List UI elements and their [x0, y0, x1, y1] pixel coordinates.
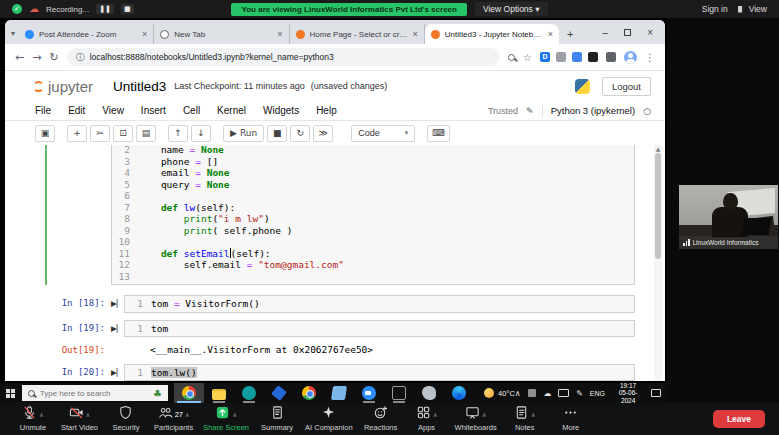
chevron-up-icon[interactable]: ∧: [433, 411, 437, 418]
taskbar-app-explorer[interactable]: [204, 383, 234, 403]
tray-expand-icon[interactable]: ∧: [515, 389, 521, 398]
code-editor[interactable]: 1tom: [124, 320, 635, 338]
tab-close-icon[interactable]: ×: [548, 29, 553, 39]
zoom-unmute-button[interactable]: ∧Unmute: [10, 403, 56, 435]
scrollbar-thumb[interactable]: [655, 153, 661, 259]
minimize-button[interactable]: –: [603, 27, 609, 38]
up-cell-button[interactable]: ↑: [168, 125, 188, 142]
action-center-icon[interactable]: [651, 389, 661, 397]
menu-kernel[interactable]: Kernel: [217, 105, 246, 116]
site-info-icon[interactable]: ⓘ: [76, 51, 85, 64]
run-marker-icon[interactable]: ▶▏: [111, 295, 124, 313]
zoom-ai-companion-button[interactable]: AI Companion: [300, 403, 358, 435]
tab-search-icon[interactable]: ▾: [11, 29, 15, 38]
restartall-cell-button[interactable]: ≫: [313, 125, 333, 142]
zoom-notes-button[interactable]: ∧Notes: [502, 403, 548, 435]
extension-3-icon[interactable]: [572, 52, 582, 62]
taskbar-app-dove-app[interactable]: [414, 383, 444, 403]
taskbar-app-zoom-app[interactable]: [354, 383, 384, 403]
taskbar-app-terminal[interactable]: [384, 383, 414, 403]
extension-4-icon[interactable]: [588, 52, 598, 62]
code-cell-class-definition[interactable]: 2 name = None3 phone = []4 email = None5…: [45, 145, 635, 285]
zoom-start-video-button[interactable]: ∧Start Video: [56, 403, 103, 435]
code-editor[interactable]: 1tom = VisitorForm(): [124, 295, 635, 313]
maximize-button[interactable]: [624, 29, 631, 36]
browser-tab[interactable]: New Tab×: [154, 24, 289, 44]
menu-edit[interactable]: Edit: [68, 105, 85, 116]
down-cell-button[interactable]: ↓: [191, 125, 211, 142]
paste-cell-button[interactable]: ▤: [136, 125, 156, 142]
run-cell-button[interactable]: ▶Run: [223, 125, 264, 142]
pause-recording-button[interactable]: ❚❚: [96, 4, 114, 14]
restart-cell-button[interactable]: ↻: [290, 125, 310, 142]
notebook-scrollbar[interactable]: ▲: [654, 145, 662, 381]
zoom-summary-button[interactable]: Summary: [254, 403, 300, 435]
search-input[interactable]: [40, 389, 136, 398]
browser-tab[interactable]: Untitled3 - Jupyter Notebook×: [425, 24, 559, 44]
weather-widget[interactable]: 40°C: [484, 388, 515, 398]
browser-menu-icon[interactable]: ⋮: [645, 52, 655, 63]
zoom-participants-button[interactable]: 27∧Participants: [149, 403, 198, 435]
taskbar-search[interactable]: ♣: [22, 385, 168, 401]
code-editor[interactable]: 1tom.lw(): [124, 364, 635, 382]
tab-close-icon[interactable]: ×: [142, 29, 147, 39]
taskbar-app-chrome[interactable]: [174, 383, 204, 403]
menu-widgets[interactable]: Widgets: [263, 105, 299, 116]
scroll-up-arrow-icon[interactable]: ▲: [654, 145, 662, 152]
run-marker-icon[interactable]: ▶▏: [111, 364, 124, 382]
pen-icon[interactable]: ✎: [576, 389, 583, 398]
taskbar-clock[interactable]: 19:17 05-06-2024: [612, 382, 644, 405]
menu-view[interactable]: View: [102, 105, 124, 116]
onedrive-cloud-icon[interactable]: ☁: [543, 389, 551, 398]
zoom-security-button[interactable]: Security: [103, 403, 149, 435]
chevron-up-icon[interactable]: ∧: [482, 411, 486, 418]
menu-insert[interactable]: Insert: [141, 105, 166, 116]
leave-button[interactable]: Leave: [713, 410, 765, 428]
sign-in-button[interactable]: Sign in: [702, 4, 728, 14]
taskbar-app-blue-app[interactable]: [264, 383, 294, 403]
taskbar-app-chrome-2[interactable]: [294, 383, 324, 403]
code-cell[interactable]: In [19]:▶▏1tom: [45, 320, 635, 338]
chevron-up-icon[interactable]: ∧: [185, 411, 189, 418]
notebook-title[interactable]: Untitled3: [113, 79, 166, 94]
save-cell-button[interactable]: ▣: [35, 125, 55, 142]
taskbar-app-teal-app[interactable]: [234, 383, 264, 403]
add-cell-button[interactable]: +: [67, 125, 87, 142]
view-options-button[interactable]: View Options ▾: [475, 2, 548, 16]
language-indicator[interactable]: ENG: [590, 390, 605, 397]
zoom-share-screen-button[interactable]: ∧Share Screen: [198, 403, 254, 435]
stop-cell-button[interactable]: ■: [267, 125, 287, 142]
code-editor[interactable]: 2 name = None3 phone = []4 email = None5…: [111, 145, 635, 285]
tab-close-icon[interactable]: ×: [277, 29, 282, 39]
participant-video-tile[interactable]: EnterTheGame LinuxWorld Informatics: [679, 185, 778, 249]
copy-cell-button[interactable]: ⊡: [113, 125, 133, 142]
extension-d-icon[interactable]: D: [540, 52, 550, 62]
browser-tab[interactable]: Post Attendee - Zoom×: [19, 24, 154, 44]
chevron-up-icon[interactable]: ∧: [86, 411, 90, 418]
search-highlight-icon[interactable]: ♣: [153, 388, 162, 399]
edit-pencil-icon[interactable]: ✎: [526, 106, 534, 116]
code-cell[interactable]: In [20]:▶▏1tom.lw(): [45, 364, 635, 382]
forward-icon[interactable]: →: [32, 51, 41, 64]
address-bar[interactable]: ⓘ localhost:8888/notebooks/Untitled3.ipy…: [67, 48, 500, 66]
new-tab-button[interactable]: +: [567, 28, 573, 40]
cut-cell-button[interactable]: ✂: [90, 125, 110, 142]
tray-app-icon[interactable]: [528, 389, 537, 397]
start-button[interactable]: [0, 389, 22, 398]
run-marker-icon[interactable]: ▶▏: [111, 320, 124, 338]
profile-avatar[interactable]: [624, 51, 637, 64]
jupyter-logo[interactable]: jupyter: [33, 78, 93, 95]
zoom-apps-button[interactable]: ∧Apps: [404, 403, 450, 435]
extension-2-icon[interactable]: [556, 52, 566, 62]
taskbar-app-edge[interactable]: [444, 383, 474, 403]
zoom-whiteboards-button[interactable]: ∧Whiteboards: [450, 403, 502, 435]
stop-recording-button[interactable]: ■: [121, 4, 134, 14]
menu-help[interactable]: Help: [316, 105, 337, 116]
taskbar-app-notebook-app[interactable]: [324, 383, 354, 403]
browser-tab[interactable]: Home Page - Select or create a×: [290, 24, 425, 44]
code-cell[interactable]: In [18]:▶▏1tom = VisitorForm(): [45, 295, 635, 313]
chevron-up-icon[interactable]: ∧: [531, 411, 535, 418]
chevron-up-icon[interactable]: ∧: [232, 411, 236, 418]
close-window-button[interactable]: ×: [647, 27, 653, 38]
cell-type-select[interactable]: Code▾: [351, 125, 415, 142]
